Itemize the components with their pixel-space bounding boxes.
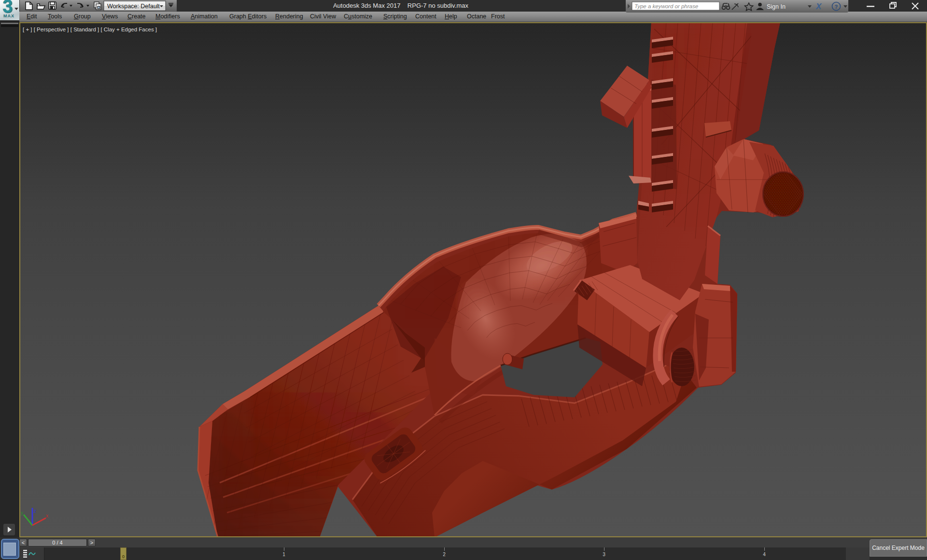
svg-text:y: y xyxy=(21,510,23,516)
svg-text:?: ? xyxy=(835,4,838,10)
svg-text:X: X xyxy=(815,2,822,11)
svg-text:Workspace: Default: Workspace: Default xyxy=(107,3,160,10)
svg-text:z: z xyxy=(34,508,36,514)
svg-text:x: x xyxy=(46,513,48,518)
svg-text:Type a keyword or phrase: Type a keyword or phrase xyxy=(634,3,698,9)
svg-text:[ + ] [ Perspective ] [ Standa: [ + ] [ Perspective ] [ Standard ] [ Cla… xyxy=(23,27,157,32)
svg-text:Sign In: Sign In xyxy=(767,3,786,10)
